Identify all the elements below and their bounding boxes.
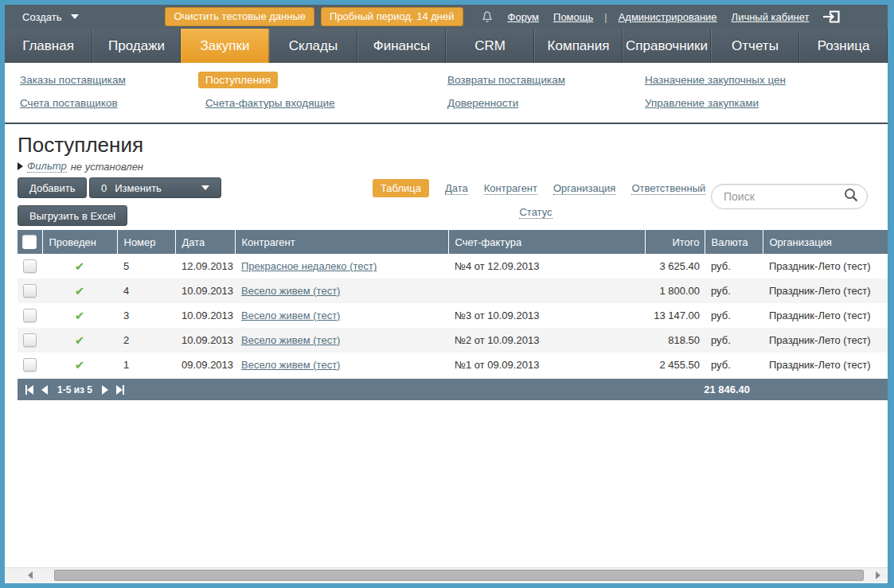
- nav-tab-8[interactable]: Отчеты: [711, 29, 799, 63]
- filter-expand-icon[interactable]: [18, 162, 23, 170]
- filter-row: Фильтр не установлен: [18, 160, 888, 173]
- pagination-range: 1-5 из 5: [57, 384, 92, 395]
- cell-total: 3 625.40: [645, 254, 705, 278]
- select-all-checkbox[interactable]: [22, 235, 37, 249]
- submenu-link-r1c3[interactable]: Управление закупками: [645, 97, 759, 109]
- horizontal-scrollbar[interactable]: [5, 567, 888, 582]
- column-header-5[interactable]: Итого: [645, 230, 705, 254]
- column-header-0[interactable]: Проведен: [42, 230, 117, 254]
- main-nav: ГлавнаяПродажиЗакупкиСкладыФинансыCRMКом…: [5, 29, 888, 63]
- topbar-link-0[interactable]: Форум: [508, 11, 540, 23]
- nav-tab-6[interactable]: Компания: [534, 29, 623, 63]
- nav-tab-2[interactable]: Закупки: [181, 29, 269, 63]
- submenu-link-r1c1[interactable]: Счета-фактуры входящие: [205, 97, 335, 109]
- pagination-last-button[interactable]: [116, 385, 124, 395]
- search-input[interactable]: [722, 189, 843, 204]
- table-row: ✔210.09.2013Весело живем (тест)№2 от 10.…: [18, 328, 888, 352]
- filter-state: не установлен: [71, 161, 143, 173]
- row-checkbox[interactable]: [23, 333, 37, 347]
- submenu-link-r0c3[interactable]: Назначение закупочных цен: [645, 74, 786, 86]
- topbar-link-1[interactable]: Помощь: [553, 11, 593, 23]
- submenu-link-r1c2[interactable]: Доверенности: [447, 97, 518, 109]
- submenu-link-r0c0[interactable]: Заказы поставщикам: [20, 74, 126, 86]
- nav-tab-0[interactable]: Главная: [5, 29, 92, 63]
- row-checkbox[interactable]: [23, 309, 37, 322]
- create-menu-button[interactable]: Создать: [22, 11, 79, 23]
- change-count: 0: [101, 182, 107, 194]
- nav-tab-9[interactable]: Розница: [799, 29, 888, 63]
- cell-currency: руб.: [705, 278, 763, 303]
- counterparty-link[interactable]: Прекрасное недалеко (тест): [241, 260, 377, 272]
- scroll-left-arrow[interactable]: [22, 568, 38, 582]
- cell-total: 13 147.00: [645, 303, 705, 328]
- view-switcher: Таблица ДатаКонтрагентОрганизацияОтветст…: [373, 179, 699, 218]
- notifications-bell-icon[interactable]: [481, 10, 494, 24]
- view-tab-0[interactable]: Дата: [445, 182, 468, 195]
- view-tab-table[interactable]: Таблица: [373, 179, 429, 197]
- table-header-row: ПроведенНомерДатаКонтрагентСчет-фактураИ…: [18, 230, 888, 254]
- row-checkbox[interactable]: [23, 358, 37, 372]
- pagination-first-button[interactable]: [25, 385, 33, 395]
- submenu-link-r1c0[interactable]: Счета поставщиков: [20, 97, 118, 109]
- toolbar: Добавить 0 Изменить Выгрузить в Excel Та…: [18, 177, 888, 230]
- chevron-down-icon: [201, 185, 209, 190]
- view-tab-2[interactable]: Организация: [553, 182, 615, 195]
- cell-currency: руб.: [705, 328, 763, 352]
- view-tab-row2-0[interactable]: Статус: [519, 206, 552, 219]
- view-tab-3[interactable]: Ответственный: [631, 182, 705, 195]
- cell-date: 10.09.2013: [175, 303, 235, 328]
- nav-tab-1[interactable]: Продажи: [92, 29, 181, 63]
- app-window: Создать Очистить тестовые данные Пробный…: [0, 0, 894, 588]
- table-row: ✔410.09.2013Весело живем (тест)1 800.00р…: [18, 278, 888, 303]
- scroll-right-arrow[interactable]: [870, 568, 886, 582]
- cell-number: 2: [117, 328, 175, 352]
- column-header-2[interactable]: Дата: [175, 230, 235, 254]
- nav-tab-3[interactable]: Склады: [269, 29, 357, 63]
- cell-invoice: №2 от 10.09.2013: [448, 328, 645, 352]
- posted-check-icon: ✔: [75, 358, 85, 372]
- cell-date: 10.09.2013: [175, 278, 235, 303]
- view-tab-1[interactable]: Контрагент: [484, 182, 537, 195]
- counterparty-link[interactable]: Весело живем (тест): [241, 310, 340, 321]
- posted-check-icon: ✔: [75, 309, 85, 322]
- nav-tab-5[interactable]: CRM: [446, 29, 534, 63]
- column-header-4[interactable]: Счет-фактура: [448, 230, 645, 254]
- main-content: Поступления Фильтр не установлен Добавит…: [5, 124, 888, 583]
- topbar-link-3[interactable]: Личный кабинет: [732, 11, 810, 23]
- row-checkbox[interactable]: [23, 284, 37, 298]
- filter-link[interactable]: Фильтр: [27, 160, 67, 173]
- add-button[interactable]: Добавить: [18, 177, 87, 198]
- page-title: Поступления: [18, 132, 888, 158]
- submenu-link-r0c1[interactable]: Поступления: [198, 72, 278, 88]
- cell-invoice: №3 от 10.09.2013: [448, 303, 645, 328]
- column-header-7[interactable]: Организация: [763, 230, 888, 254]
- column-header-1[interactable]: Номер: [117, 230, 175, 254]
- topbar-link-2[interactable]: Администрирование: [619, 11, 717, 23]
- logout-icon[interactable]: [822, 10, 841, 24]
- pagination-next-button[interactable]: [102, 385, 108, 395]
- purchases-submenu: Заказы поставщикамПоступленияВозвраты по…: [5, 63, 888, 123]
- export-excel-button[interactable]: Выгрузить в Excel: [18, 205, 127, 226]
- receipts-table: ПроведенНомерДатаКонтрагентСчет-фактураИ…: [18, 230, 888, 400]
- search-icon[interactable]: [843, 187, 859, 206]
- column-header-3[interactable]: Контрагент: [235, 230, 448, 254]
- change-dropdown-button[interactable]: 0 Изменить: [89, 177, 221, 198]
- cell-organization: Праздник-Лето (тест): [763, 254, 888, 278]
- trial-period-badge[interactable]: Пробный период. 14 дней: [321, 7, 463, 26]
- cell-currency: руб.: [705, 352, 763, 377]
- cell-total: 1 800.00: [645, 278, 705, 303]
- cell-currency: руб.: [705, 303, 763, 328]
- counterparty-link[interactable]: Весело живем (тест): [241, 285, 340, 297]
- clear-test-data-button[interactable]: Очистить тестовые данные: [165, 7, 314, 26]
- pagination-prev-button[interactable]: [41, 385, 48, 395]
- row-checkbox[interactable]: [23, 259, 37, 273]
- counterparty-link[interactable]: Весело живем (тест): [241, 359, 340, 371]
- search-box: [711, 184, 868, 209]
- nav-tab-4[interactable]: Финансы: [357, 29, 446, 63]
- column-header-6[interactable]: Валюта: [705, 230, 763, 254]
- submenu-link-r0c2[interactable]: Возвраты поставщикам: [447, 74, 565, 86]
- counterparty-link[interactable]: Весело живем (тест): [241, 334, 340, 346]
- cell-date: 12.09.2013: [175, 254, 235, 278]
- nav-tab-7[interactable]: Справочники: [623, 29, 711, 63]
- scrollbar-thumb[interactable]: [54, 570, 864, 581]
